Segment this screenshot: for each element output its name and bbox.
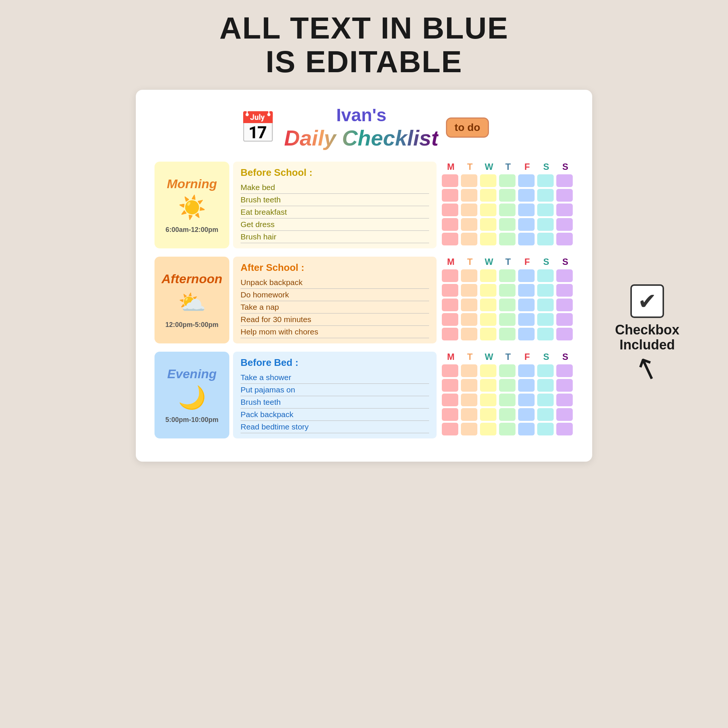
checkbox[interactable] [442, 189, 458, 202]
checkbox[interactable] [537, 203, 554, 216]
task-item[interactable]: Get dress [240, 219, 429, 231]
checkbox[interactable] [556, 269, 573, 282]
checkbox[interactable] [499, 298, 515, 311]
checkbox[interactable] [537, 313, 554, 326]
checkbox[interactable] [499, 313, 515, 326]
checkbox[interactable] [518, 313, 535, 326]
checkbox[interactable] [556, 203, 573, 216]
checkbox[interactable] [480, 364, 496, 377]
checkbox[interactable] [461, 174, 477, 187]
checkbox[interactable] [480, 203, 496, 216]
checkbox[interactable] [518, 364, 535, 377]
checkbox[interactable] [461, 313, 477, 326]
checkbox[interactable] [461, 408, 477, 421]
checkbox[interactable] [480, 328, 496, 340]
checkbox[interactable] [480, 189, 496, 202]
checkbox[interactable] [537, 174, 554, 187]
checkbox[interactable] [442, 408, 458, 421]
task-item[interactable]: Brush teeth [240, 396, 429, 408]
checkbox[interactable] [518, 233, 535, 245]
task-item[interactable]: Make bed [240, 182, 429, 194]
checkbox[interactable] [518, 218, 535, 231]
checkbox[interactable] [518, 379, 535, 392]
checkbox[interactable] [537, 328, 554, 340]
checkbox[interactable] [518, 393, 535, 406]
checkbox[interactable] [461, 328, 477, 340]
checkbox[interactable] [499, 423, 515, 436]
checkbox[interactable] [442, 364, 458, 377]
task-item[interactable]: Unpack backpack [240, 277, 429, 289]
checkbox[interactable] [442, 298, 458, 311]
checkbox[interactable] [461, 218, 477, 231]
checkbox[interactable] [461, 423, 477, 436]
checkbox[interactable] [556, 423, 573, 436]
checkbox[interactable] [556, 393, 573, 406]
checkbox[interactable] [499, 174, 515, 187]
checkbox[interactable] [537, 298, 554, 311]
checkbox[interactable] [499, 284, 515, 297]
checkbox[interactable] [499, 233, 515, 245]
checkbox[interactable] [461, 298, 477, 311]
checkbox[interactable] [556, 298, 573, 311]
checkbox[interactable] [556, 174, 573, 187]
checkbox[interactable] [461, 379, 477, 392]
checkbox[interactable] [461, 189, 477, 202]
checkbox[interactable] [537, 423, 554, 436]
checkbox[interactable] [499, 364, 515, 377]
checkbox[interactable] [442, 284, 458, 297]
checkbox[interactable] [556, 379, 573, 392]
checkbox[interactable] [537, 408, 554, 421]
checkbox[interactable] [480, 423, 496, 436]
task-item[interactable]: Do homework [240, 289, 429, 301]
checkbox[interactable] [461, 269, 477, 282]
checkbox[interactable] [442, 393, 458, 406]
checkbox[interactable] [480, 218, 496, 231]
checkbox[interactable] [556, 328, 573, 340]
checkbox[interactable] [556, 233, 573, 245]
task-item[interactable]: Read bedtime story [240, 421, 429, 433]
checkbox[interactable] [461, 393, 477, 406]
checkbox[interactable] [556, 218, 573, 231]
checkbox[interactable] [518, 269, 535, 282]
checkbox[interactable] [537, 269, 554, 282]
task-item[interactable]: Brush hair [240, 231, 429, 243]
task-item[interactable]: Put pajamas on [240, 384, 429, 396]
task-item[interactable]: Eat breakfast [240, 206, 429, 219]
task-item[interactable]: Take a shower [240, 372, 429, 384]
checkbox[interactable] [518, 298, 535, 311]
checkbox[interactable] [556, 189, 573, 202]
checkbox[interactable] [518, 328, 535, 340]
checkbox[interactable] [442, 233, 458, 245]
checkbox[interactable] [499, 218, 515, 231]
checkbox[interactable] [480, 313, 496, 326]
checkbox[interactable] [461, 233, 477, 245]
checkbox[interactable] [499, 393, 515, 406]
task-item[interactable]: Pack backpack [240, 408, 429, 421]
checkbox[interactable] [480, 284, 496, 297]
checkbox[interactable] [518, 423, 535, 436]
checkbox[interactable] [499, 408, 515, 421]
checkbox[interactable] [442, 174, 458, 187]
checkbox[interactable] [442, 328, 458, 340]
checkbox[interactable] [537, 284, 554, 297]
checkbox[interactable] [537, 364, 554, 377]
task-item[interactable]: Take a nap [240, 301, 429, 314]
checkbox[interactable] [499, 269, 515, 282]
checkbox[interactable] [518, 203, 535, 216]
checkbox[interactable] [442, 313, 458, 326]
checkbox[interactable] [480, 298, 496, 311]
checkbox[interactable] [518, 408, 535, 421]
checkbox[interactable] [442, 379, 458, 392]
checkbox[interactable] [537, 189, 554, 202]
checkbox[interactable] [480, 233, 496, 245]
checkbox[interactable] [480, 379, 496, 392]
task-item[interactable]: Read for 30 minutes [240, 314, 429, 326]
checkbox[interactable] [442, 269, 458, 282]
checkbox[interactable] [556, 408, 573, 421]
checkbox[interactable] [537, 393, 554, 406]
checkbox[interactable] [480, 408, 496, 421]
checkbox[interactable] [518, 189, 535, 202]
checkbox[interactable] [461, 203, 477, 216]
checkbox[interactable] [480, 269, 496, 282]
checkbox[interactable] [499, 189, 515, 202]
